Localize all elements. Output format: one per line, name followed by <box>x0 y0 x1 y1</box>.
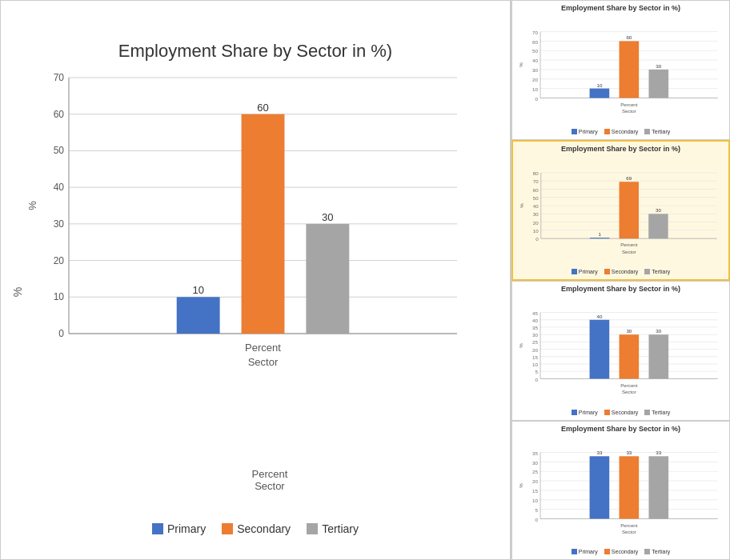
legend-label-tertiary: Tertiary <box>322 522 359 535</box>
svg-rect-75 <box>590 238 609 238</box>
svg-text:10: 10 <box>532 497 538 502</box>
svg-rect-135 <box>620 456 640 518</box>
svg-rect-110 <box>648 334 668 378</box>
svg-text:Sector: Sector <box>622 248 636 254</box>
mini-chart-title-1: Employment Share by Sector in %) <box>518 145 724 153</box>
legend-label-primary: Primary <box>167 522 206 535</box>
svg-text:30: 30 <box>656 63 661 69</box>
svg-rect-18 <box>177 297 220 334</box>
svg-text:40: 40 <box>533 203 539 209</box>
mini-chart-title-2: Employment Share by Sector in %) <box>517 285 724 293</box>
svg-text:30: 30 <box>656 207 661 213</box>
svg-rect-22 <box>306 224 349 334</box>
mini-chart-2[interactable]: Employment Share by Sector in %) 0510152… <box>511 281 730 421</box>
legend-box-primary <box>152 523 163 534</box>
svg-text:30: 30 <box>626 328 632 334</box>
legend-item-primary: Primary <box>152 522 206 535</box>
svg-text:20: 20 <box>533 219 539 225</box>
mini-chart-title-0: Employment Share by Sector in %) <box>517 4 724 12</box>
mini-chart-svg-2: 051015202530354045%403030PercentSector <box>517 294 724 409</box>
svg-text:45: 45 <box>532 310 538 316</box>
svg-text:Sector: Sector <box>622 529 636 534</box>
svg-rect-48 <box>620 41 640 98</box>
svg-text:0: 0 <box>535 236 539 242</box>
mini-legend-item-tertiary-3: Tertiary <box>644 549 670 554</box>
svg-text:0: 0 <box>535 96 538 102</box>
svg-text:20: 20 <box>532 347 538 353</box>
legend-box-secondary <box>222 523 233 534</box>
svg-text:50: 50 <box>54 145 65 156</box>
svg-text:20: 20 <box>532 77 538 82</box>
legend-item-tertiary: Tertiary <box>307 522 359 535</box>
mini-chart-3[interactable]: Employment Share by Sector in %) 0510152… <box>511 421 730 561</box>
svg-text:20: 20 <box>54 255 65 266</box>
svg-text:30: 30 <box>532 459 538 465</box>
mini-chart-0[interactable]: Employment Share by Sector in %) 0102030… <box>511 0 730 140</box>
svg-text:35: 35 <box>532 325 538 330</box>
svg-text:5: 5 <box>535 369 538 374</box>
left-panel: Employment Share by Sector in %) 0102030… <box>0 0 511 560</box>
legend-box-tertiary <box>307 523 318 534</box>
right-panel: Employment Share by Sector in %) 0102030… <box>511 0 730 560</box>
svg-text:60: 60 <box>54 109 65 120</box>
svg-rect-77 <box>620 182 639 238</box>
svg-text:15: 15 <box>532 354 538 360</box>
svg-rect-137 <box>648 456 668 518</box>
y-axis-label: % <box>11 287 24 297</box>
svg-text:40: 40 <box>54 182 65 193</box>
svg-text:33: 33 <box>596 450 602 455</box>
svg-text:%: % <box>518 62 523 67</box>
svg-text:10: 10 <box>532 362 538 367</box>
main-chart-title: Employment Share by Sector in %) <box>118 41 392 62</box>
mini-chart-svg-1: 01020304050607080%16930PercentSector <box>518 154 724 269</box>
svg-text:Percent: Percent <box>620 102 638 107</box>
svg-text:50: 50 <box>533 194 539 200</box>
svg-rect-20 <box>242 114 285 334</box>
svg-text:10: 10 <box>596 82 602 88</box>
mini-legend-2: Primary Secondary Tertiary <box>517 410 724 415</box>
svg-text:%: % <box>518 482 523 487</box>
mini-legend-item-primary-1: Primary <box>572 269 598 274</box>
mini-chart-1[interactable]: Employment Share by Sector in %) 0102030… <box>511 140 730 282</box>
svg-text:0: 0 <box>58 328 64 339</box>
x-axis-label: PercentSector <box>252 468 288 492</box>
mini-chart-title-3: Employment Share by Sector in %) <box>517 425 724 433</box>
svg-text:Sector: Sector <box>622 389 636 394</box>
svg-rect-133 <box>590 456 610 518</box>
mini-legend-1: Primary Secondary Tertiary <box>518 269 724 274</box>
svg-text:25: 25 <box>532 340 538 346</box>
svg-text:60: 60 <box>532 39 538 45</box>
mini-legend-item-primary-2: Primary <box>572 410 598 415</box>
svg-text:70: 70 <box>54 72 65 83</box>
svg-text:Percent: Percent <box>620 242 638 247</box>
svg-text:Sector: Sector <box>248 356 279 368</box>
mini-legend-item-secondary-0: Secondary <box>604 129 638 134</box>
svg-text:Percent: Percent <box>620 522 638 527</box>
svg-rect-50 <box>648 70 668 98</box>
svg-text:60: 60 <box>533 186 539 192</box>
svg-text:%: % <box>26 201 38 210</box>
mini-legend-item-secondary-2: Secondary <box>604 410 638 415</box>
svg-text:0: 0 <box>535 516 538 522</box>
legend-label-secondary: Secondary <box>237 522 291 535</box>
mini-legend-item-secondary-1: Secondary <box>604 269 638 274</box>
mini-legend-3: Primary Secondary Tertiary <box>517 549 724 554</box>
svg-text:80: 80 <box>533 170 539 176</box>
svg-text:10: 10 <box>54 291 65 302</box>
svg-text:50: 50 <box>532 48 538 54</box>
svg-text:33: 33 <box>656 450 661 455</box>
svg-text:40: 40 <box>532 58 538 63</box>
svg-text:1: 1 <box>598 231 601 237</box>
svg-text:60: 60 <box>626 34 632 40</box>
svg-text:10: 10 <box>532 86 538 92</box>
svg-text:Sector: Sector <box>622 108 636 114</box>
svg-text:%: % <box>519 202 524 207</box>
mini-legend-item-tertiary-2: Tertiary <box>644 410 670 415</box>
svg-text:40: 40 <box>596 314 602 319</box>
mini-legend-item-primary-3: Primary <box>572 549 598 554</box>
svg-text:25: 25 <box>532 469 538 474</box>
svg-text:0: 0 <box>535 377 538 382</box>
mini-legend-item-primary-0: Primary <box>572 129 598 134</box>
svg-text:30: 30 <box>322 211 333 223</box>
svg-text:10: 10 <box>533 227 539 233</box>
